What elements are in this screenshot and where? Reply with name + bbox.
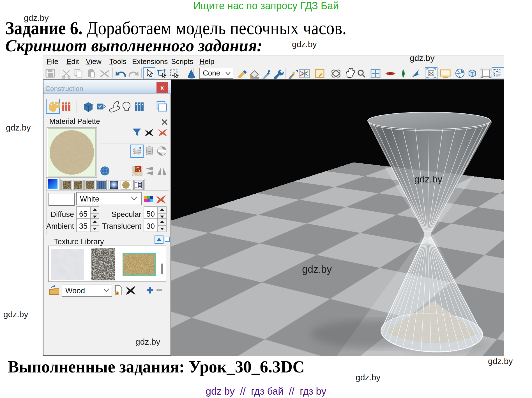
svg-text:Construction: Construction <box>45 85 83 92</box>
svg-text:x: x <box>160 84 164 91</box>
svg-text:Translucent: Translucent <box>102 222 142 230</box>
svg-text:65: 65 <box>79 210 87 218</box>
svg-text:Wood: Wood <box>65 287 85 295</box>
svg-text:Specular: Specular <box>111 210 141 219</box>
svg-text:gdz.by: gdz.by <box>302 264 332 275</box>
svg-text:Material Palette: Material Palette <box>49 117 100 125</box>
svg-text:Diffuse: Diffuse <box>50 210 74 219</box>
svg-text:White: White <box>80 195 99 203</box>
svg-text:Texture Library: Texture Library <box>54 237 104 246</box>
svg-text:Cone: Cone <box>203 69 220 77</box>
svg-text:35: 35 <box>79 222 87 230</box>
svg-text:50: 50 <box>146 210 155 218</box>
svg-text:gdz.by: gdz.by <box>414 174 442 184</box>
svg-text:Ambient: Ambient <box>46 222 74 230</box>
svg-text:30: 30 <box>146 222 155 230</box>
